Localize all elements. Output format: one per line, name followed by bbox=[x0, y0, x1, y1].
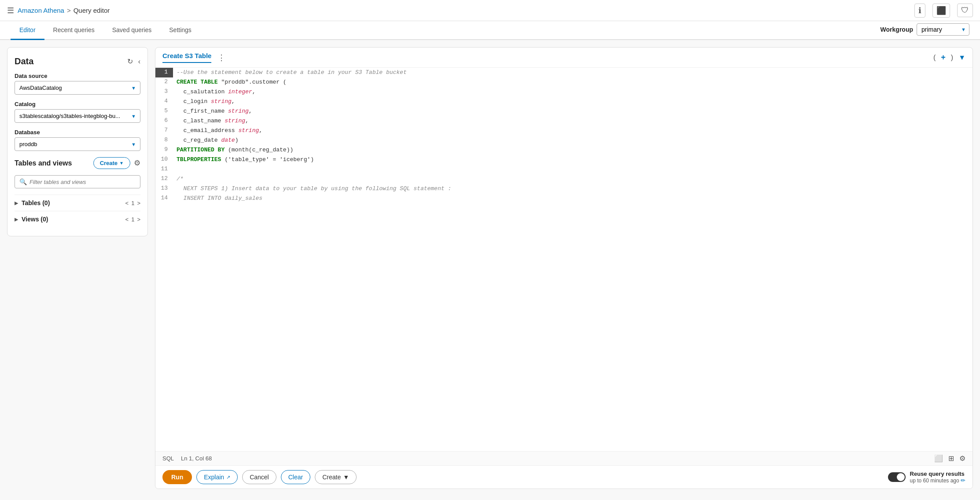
views-pagination: < 1 > bbox=[125, 216, 140, 223]
views-prev-btn[interactable]: < bbox=[125, 216, 129, 223]
top-nav-right: ℹ ⬛ 🛡 bbox=[914, 4, 973, 18]
workgroup-select[interactable]: primary bbox=[917, 23, 969, 36]
status-bar-left: SQL Ln 1, Col 68 bbox=[162, 455, 212, 462]
tables-next-btn[interactable]: > bbox=[137, 200, 140, 206]
line-number-13: 13 bbox=[155, 184, 173, 194]
workgroup-wrapper: primary bbox=[917, 23, 969, 36]
line-code-8: c_reg_date date) bbox=[173, 136, 973, 145]
tables-label: Tables (0) bbox=[22, 199, 50, 206]
editor-tab-menu-icon[interactable]: ⋮ bbox=[217, 53, 225, 62]
tab-recent-queries[interactable]: Recent queries bbox=[44, 21, 103, 40]
panel-title: Data bbox=[15, 56, 33, 66]
add-query-icon[interactable]: + bbox=[941, 53, 946, 62]
run-button[interactable]: Run bbox=[162, 470, 192, 484]
line-code-7: c_email_address string, bbox=[173, 126, 973, 136]
search-icon: 🔍 bbox=[19, 178, 27, 185]
table-row: 12 /* bbox=[155, 174, 973, 184]
breadcrumb-separator: > bbox=[67, 7, 71, 14]
views-row-left: ▶ Views (0) bbox=[15, 216, 48, 223]
reuse-text: Reuse query results up to 60 minutes ago… bbox=[910, 471, 965, 484]
reuse-edit-icon[interactable]: ✏ bbox=[961, 477, 965, 484]
filter-input-wrapper: 🔍 bbox=[15, 175, 140, 188]
create-button[interactable]: Create ▼ bbox=[93, 157, 130, 169]
create-button-label: Create bbox=[100, 160, 118, 166]
reuse-main-label: Reuse query results bbox=[910, 471, 965, 477]
refresh-icon[interactable]: ↻ bbox=[127, 57, 133, 66]
data-source-select[interactable]: AwsDataCatalog bbox=[15, 81, 140, 95]
editor-header-right: ( + ) ▼ bbox=[933, 53, 965, 62]
external-link-icon: ↗ bbox=[226, 474, 230, 480]
format-icon[interactable]: ⬜ bbox=[934, 454, 943, 463]
tab-bar: Editor Recent queries Saved queries Sett… bbox=[0, 21, 980, 40]
explain-button[interactable]: Explain ↗ bbox=[196, 470, 238, 484]
user-icon[interactable]: 🛡 bbox=[957, 4, 973, 17]
clear-button[interactable]: Clear bbox=[281, 470, 310, 484]
line-code-14: INSERT INTO daily_sales bbox=[173, 194, 973, 203]
tables-settings-icon[interactable]: ⚙ bbox=[134, 158, 140, 168]
line-number-4: 4 bbox=[155, 97, 173, 107]
line-code-10: TBLPROPERTIES ('table_type' = 'iceberg') bbox=[173, 155, 973, 165]
database-select[interactable]: proddb bbox=[15, 137, 140, 151]
views-count: (0) bbox=[41, 216, 48, 223]
tables-tree-row[interactable]: ▶ Tables (0) < 1 > bbox=[15, 195, 140, 211]
table-row: 3 c_salutation integer, bbox=[155, 87, 973, 97]
breadcrumb: Amazon Athena > Query editor bbox=[18, 7, 110, 14]
code-area[interactable]: 1 --Use the statement below to create a … bbox=[155, 68, 973, 451]
editor-tab-title[interactable]: Create S3 Table bbox=[162, 52, 211, 63]
main-content: Data ↻ ‹ Data source AwsDataCatalog Cata… bbox=[0, 40, 980, 496]
editor-dropdown-icon[interactable]: ▼ bbox=[958, 54, 965, 62]
panel-header: Data ↻ ‹ bbox=[15, 56, 140, 66]
info-icon[interactable]: ℹ bbox=[914, 4, 925, 18]
create-button-arrow: ▼ bbox=[119, 161, 124, 165]
code-table: 1 --Use the statement below to create a … bbox=[155, 68, 973, 203]
line-number-9: 9 bbox=[155, 145, 173, 155]
create-table-button[interactable]: Create ▼ bbox=[315, 470, 357, 484]
line-code-3: c_salutation integer, bbox=[173, 87, 973, 97]
panel-header-icons: ↻ ‹ bbox=[127, 57, 140, 66]
settings-icon[interactable]: ⚙ bbox=[959, 454, 965, 463]
line-code-5: c_first_name string, bbox=[173, 107, 973, 116]
paren-close-icon: ) bbox=[951, 54, 953, 62]
tab-saved-queries[interactable]: Saved queries bbox=[103, 21, 161, 40]
catalog-select[interactable]: s3tablescatalog/s3tables-integblog-bu... bbox=[15, 109, 140, 123]
line-number-12: 12 bbox=[155, 174, 173, 184]
filter-tables-input[interactable] bbox=[29, 179, 136, 185]
collapse-icon[interactable]: ‹ bbox=[138, 58, 140, 66]
table-icon[interactable]: ⊞ bbox=[948, 454, 954, 463]
reuse-toggle[interactable] bbox=[888, 472, 906, 482]
database-label: Database bbox=[15, 129, 140, 136]
top-nav: ☰ Amazon Athena > Query editor ℹ ⬛ 🛡 bbox=[0, 0, 980, 21]
table-row: 5 c_first_name string, bbox=[155, 107, 973, 116]
tree-section: ▶ Tables (0) < 1 > ▶ Views (0 bbox=[15, 195, 140, 227]
tab-settings[interactable]: Settings bbox=[160, 21, 200, 40]
data-source-field: Data source AwsDataCatalog bbox=[15, 73, 140, 95]
line-number-8: 8 bbox=[155, 136, 173, 145]
views-label: Views (0) bbox=[22, 216, 48, 223]
breadcrumb-app-link[interactable]: Amazon Athena bbox=[18, 7, 64, 14]
tab-editor[interactable]: Editor bbox=[11, 21, 44, 40]
data-source-select-wrapper: AwsDataCatalog bbox=[15, 81, 140, 95]
create-table-label: Create bbox=[322, 474, 341, 481]
editor-header: Create S3 Table ⋮ ( + ) ▼ bbox=[155, 48, 973, 68]
views-tree-row[interactable]: ▶ Views (0) < 1 > bbox=[15, 211, 140, 227]
cancel-button[interactable]: Cancel bbox=[242, 470, 276, 484]
workgroup-section: Workgroup primary bbox=[881, 23, 969, 39]
line-code-12: /* bbox=[173, 174, 973, 184]
hamburger-icon[interactable]: ☰ bbox=[7, 6, 14, 15]
line-number-2: 2 bbox=[155, 77, 173, 87]
line-code-13: NEXT STEPS 1) Insert data to your table … bbox=[173, 184, 973, 194]
right-panel: Create S3 Table ⋮ ( + ) ▼ 1 --Use the st… bbox=[155, 47, 973, 489]
tables-pagination: < 1 > bbox=[125, 200, 140, 206]
database-field: Database proddb bbox=[15, 129, 140, 151]
tables-prev-btn[interactable]: < bbox=[125, 200, 129, 206]
views-next-btn[interactable]: > bbox=[137, 216, 140, 223]
line-code-2: CREATE TABLE "proddb".customer ( bbox=[173, 77, 973, 87]
monitor-icon[interactable]: ⬛ bbox=[932, 4, 950, 18]
status-sql-label: SQL bbox=[162, 455, 174, 462]
line-number-1: 1 bbox=[155, 68, 173, 77]
line-number-6: 6 bbox=[155, 116, 173, 126]
line-code-6: c_last_name string, bbox=[173, 116, 973, 126]
line-code-11 bbox=[173, 165, 973, 174]
explain-label: Explain bbox=[204, 474, 224, 481]
editor-header-left: Create S3 Table ⋮ bbox=[162, 52, 225, 63]
